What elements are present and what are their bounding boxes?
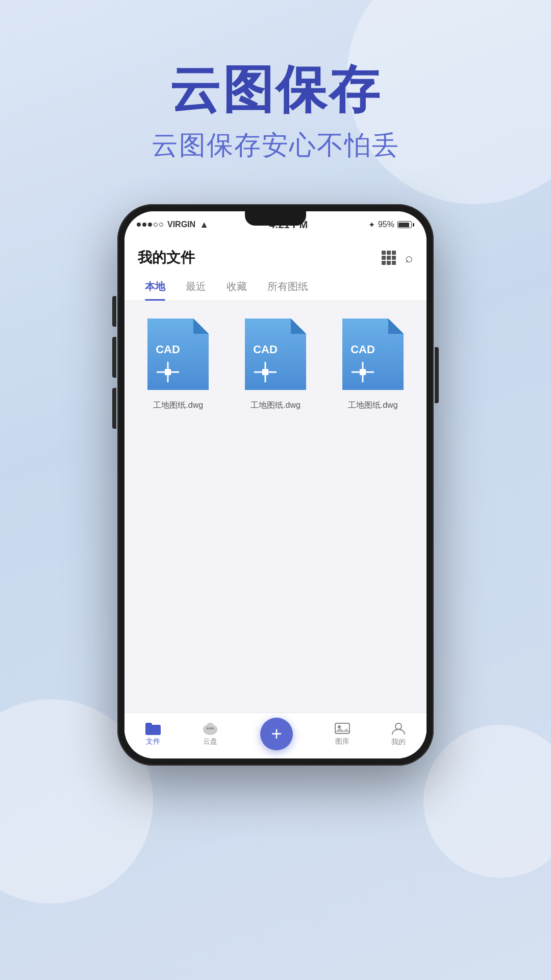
grid-dot (387, 261, 391, 265)
svg-point-18 (207, 727, 209, 729)
signal-dot-1 (137, 223, 141, 227)
nav-label-profile: 我的 (391, 738, 406, 747)
tab-favorites[interactable]: 收藏 (216, 273, 257, 301)
grid-dot (387, 251, 391, 255)
cad-file-icon: CAD (240, 313, 311, 395)
folder-icon (145, 722, 161, 735)
nav-label-files: 文件 (146, 737, 160, 746)
grid-dot (382, 256, 386, 260)
svg-point-17 (206, 723, 214, 731)
signal-dots (137, 223, 163, 227)
top-bar: 我的文件 ⌕ (124, 238, 427, 273)
tab-all-drawings[interactable]: 所有图纸 (257, 273, 318, 301)
svg-rect-13 (145, 723, 152, 727)
top-bar-icons: ⌕ (382, 250, 413, 266)
file-name: 工地图纸.dwg (348, 400, 398, 411)
grid-dot (382, 251, 386, 255)
status-left: VIRGIN ▲ (137, 219, 209, 230)
bg-decoration-3 (423, 725, 551, 878)
nav-item-cloud[interactable]: 云盘 (202, 722, 218, 746)
svg-rect-11 (360, 369, 366, 375)
signal-dot-3 (148, 223, 152, 227)
list-item[interactable]: CAD 工地图纸.dwg (232, 313, 319, 700)
phone-button-vol-up (112, 337, 116, 378)
nav-item-gallery[interactable]: 图库 (335, 722, 350, 746)
phone-button-power (435, 347, 439, 403)
hero-subtitle: 云图保存安心不怕丢 (152, 128, 399, 163)
svg-text:CAD: CAD (156, 343, 180, 356)
page-title: 我的文件 (138, 248, 195, 267)
plus-icon: + (271, 725, 282, 743)
person-icon (391, 721, 406, 736)
file-name: 工地图纸.dwg (251, 400, 300, 411)
phone-screen: VIRGIN ▲ 4:21 PM ✦ 95% (124, 211, 427, 758)
search-button[interactable]: ⌕ (405, 250, 413, 266)
carrier-name: VIRGIN (167, 220, 195, 229)
nav-item-profile[interactable]: 我的 (391, 721, 406, 747)
cloud-icon (202, 722, 218, 735)
nav-label-cloud: 云盘 (203, 737, 217, 746)
svg-point-20 (212, 727, 214, 729)
grid-dot (387, 256, 391, 260)
battery-body (397, 221, 412, 228)
status-right: ✦ 95% (368, 220, 414, 230)
tab-local[interactable]: 本地 (135, 273, 176, 301)
bottom-nav: 文件 云盘 (124, 713, 427, 758)
nav-label-gallery: 图库 (335, 737, 349, 746)
svg-text:CAD: CAD (350, 343, 375, 356)
phone-button-vol-down (112, 388, 116, 429)
cad-file-icon: CAD (142, 313, 214, 395)
phone-notch (245, 211, 306, 226)
grid-dot (382, 261, 386, 265)
tab-recent[interactable]: 最近 (176, 273, 216, 301)
gallery-icon (335, 722, 350, 735)
file-grid: CAD 工地图纸.dwg (124, 301, 427, 713)
phone-button-mute (112, 296, 116, 327)
battery-percent: 95% (378, 220, 394, 229)
signal-dot-5 (159, 223, 163, 227)
phone-mockup: VIRGIN ▲ 4:21 PM ✦ 95% (117, 204, 434, 766)
svg-point-22 (338, 725, 341, 728)
svg-rect-3 (165, 369, 171, 375)
list-item[interactable]: CAD 工地图纸.dwg (135, 313, 222, 700)
bluetooth-icon: ✦ (368, 220, 375, 230)
battery-icon (397, 221, 414, 228)
phone-outer-shell: VIRGIN ▲ 4:21 PM ✦ 95% (117, 204, 434, 766)
nav-item-files[interactable]: 文件 (145, 722, 161, 746)
signal-dot-4 (154, 223, 158, 227)
signal-dot-2 (142, 223, 146, 227)
svg-point-19 (209, 727, 211, 729)
grid-dot (392, 256, 396, 260)
svg-rect-7 (262, 369, 268, 375)
battery-fill (398, 223, 409, 227)
app-content: 我的文件 ⌕ (124, 238, 427, 758)
svg-text:CAD: CAD (253, 343, 278, 356)
wifi-icon: ▲ (199, 219, 209, 230)
svg-point-23 (395, 723, 402, 729)
list-item[interactable]: CAD 工地图纸.dwg (329, 313, 416, 700)
grid-dot (392, 251, 396, 255)
hero-section: 云图保存 云图保存安心不怕丢 (152, 61, 399, 163)
battery-tip (413, 223, 414, 227)
cad-file-icon: CAD (337, 313, 409, 395)
tabs-bar: 本地 最近 收藏 所有图纸 (124, 273, 427, 301)
file-name: 工地图纸.dwg (153, 400, 203, 411)
nav-add-button[interactable]: + (260, 718, 293, 750)
grid-dot (392, 261, 396, 265)
hero-title: 云图保存 (152, 61, 399, 117)
grid-view-button[interactable] (382, 251, 396, 265)
